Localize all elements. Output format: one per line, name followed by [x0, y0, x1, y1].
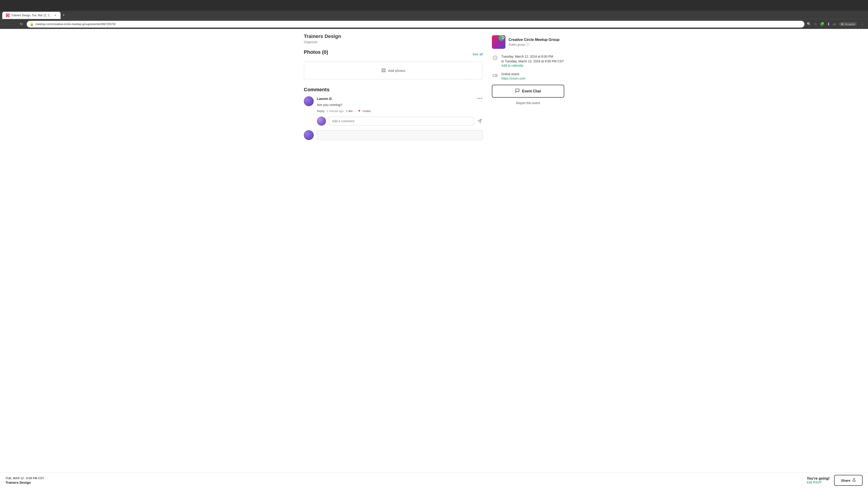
commenter-name: Lauren D. [317, 97, 333, 101]
group-logo[interactable] [492, 35, 505, 49]
back-button[interactable]: ← [3, 21, 9, 27]
extensions-icon[interactable]: 🧩 [820, 22, 825, 26]
search-icon[interactable]: 🔍 [807, 22, 811, 26]
clock-icon [492, 55, 498, 61]
group-type-label: Public group [508, 43, 525, 46]
comment-timestamp: 1 minute ago [327, 109, 344, 113]
photos-title: Photos (0) [304, 49, 328, 55]
avatar-image [304, 96, 314, 106]
lock-icon: 🔒 [30, 22, 34, 26]
reply-avatar [317, 117, 326, 126]
add-photos-label: Add photos [388, 69, 405, 72]
devices-icon[interactable]: ▭ [833, 22, 836, 26]
video-icon [492, 72, 498, 78]
page-scroll: Trainers Design Organizer Photos (0) See… [0, 29, 868, 475]
event-datetime: Tuesday, March 12, 2024 at 8:00 PM to Tu… [492, 54, 564, 67]
comments-title: Comments [304, 87, 483, 93]
chat-icon [515, 88, 520, 94]
commenter-avatar [304, 96, 314, 106]
group-type: Public group ? [508, 43, 559, 46]
svg-rect-1 [493, 74, 496, 76]
comment-item: Lauren D. ••• Are you coming? Reply 1 mi… [304, 96, 483, 113]
add-photos-area[interactable]: 🖼 Add photos [304, 61, 483, 79]
tab-title: Trainers Design, Tue, Mar 12, 2... [11, 14, 52, 17]
second-comment-area [304, 130, 483, 140]
online-event-content: Online event https://zoom.com [501, 72, 526, 80]
info-icon[interactable]: ? [526, 43, 529, 46]
event-type-text: Online event [501, 72, 526, 76]
heart-icon[interactable]: ♥ [358, 109, 360, 113]
event-datetime-content: Tuesday, March 12, 2024 at 8:00 PM to Tu… [501, 54, 564, 67]
group-info: Creative Circle Meetup Group Public grou… [508, 38, 559, 46]
event-chat-label: Event Chat [522, 89, 541, 93]
reply-input[interactable] [329, 117, 474, 125]
tab-bar: Trainers Design, Tue, Mar 12, 2... ✕ + [0, 11, 868, 19]
unlike-button[interactable]: Unlike [363, 109, 371, 113]
incognito-label: Incognito [845, 23, 855, 26]
active-tab[interactable]: Trainers Design, Tue, Mar 12, 2... ✕ [2, 12, 61, 19]
url-text: meetup.com/creative-circle-meetup-group/… [35, 22, 801, 26]
event-chat-button[interactable]: Event Chat [492, 85, 564, 98]
event-date-text: Tuesday, March 12, 2024 at 8:00 PM [501, 54, 564, 59]
online-indicator [502, 36, 504, 39]
second-comment-input[interactable] [317, 130, 483, 140]
incognito-badge: 🕵 Incognito [839, 22, 857, 26]
organizer-name: Trainers Design [304, 33, 483, 39]
second-comment-avatar [304, 130, 314, 140]
group-name: Creative Circle Meetup Group [508, 38, 559, 42]
left-column: Trainers Design Organizer Photos (0) See… [304, 33, 483, 144]
separator: · [355, 109, 356, 113]
comment-body: Lauren D. ••• Are you coming? Reply 1 mi… [317, 96, 483, 113]
new-tab-button[interactable]: + [61, 12, 67, 18]
bookmark-icon[interactable]: ☆ [814, 22, 817, 26]
toolbar-icons: 🔍 ☆ 🧩 ⬇ ▭ 🕵 Incognito ⋮ [807, 21, 865, 28]
forward-button[interactable]: → [10, 21, 17, 27]
comment-menu-btn[interactable]: ••• [477, 96, 483, 101]
photos-header: Photos (0) See all [304, 49, 483, 59]
group-card: Creative Circle Meetup Group Public grou… [492, 35, 564, 49]
photo-icon: 🖼 [381, 68, 386, 73]
bottom-bar: TUE, MAR 12 · 8:00 PM CST Trainers Desig… [0, 473, 868, 475]
browser-menu[interactable]: ⋮ [860, 21, 865, 28]
download-icon[interactable]: ⬇ [827, 22, 830, 26]
navigation-buttons: ← → ↻ [3, 21, 24, 27]
reload-button[interactable]: ↻ [18, 21, 24, 27]
add-to-calendar-link[interactable]: Add to calendar [501, 64, 564, 67]
report-event-link[interactable]: Report this event [492, 101, 564, 105]
like-count: 1 like [346, 109, 352, 113]
second-avatar-image [304, 130, 314, 140]
reply-button[interactable]: Reply [317, 109, 324, 113]
organizer-label: Organizer [304, 40, 483, 44]
zoom-link[interactable]: https://zoom.com [501, 76, 526, 80]
tab-favicon [6, 13, 9, 17]
comment-header: Lauren D. ••• [317, 96, 483, 101]
incognito-icon: 🕵 [841, 23, 844, 26]
comments-section: Comments Lauren D. ••• Are you coming? R… [304, 87, 483, 140]
tab-close-btn[interactable]: ✕ [53, 13, 57, 17]
comment-text: Are you coming? [317, 102, 483, 107]
see-all-link[interactable]: See all [472, 52, 483, 56]
event-date-end-text: to Tuesday, March 12, 2024 at 9:00 PM CS… [501, 59, 564, 64]
reply-input-area [317, 117, 483, 126]
right-sidebar: Creative Circle Meetup Group Public grou… [492, 33, 564, 144]
organizer-section: Trainers Design Organizer [304, 33, 483, 44]
comment-actions: Reply 1 minute ago 1 like · ♥ Unlike [317, 109, 483, 113]
browser-chrome [0, 0, 868, 11]
url-bar[interactable]: 🔒 meetup.com/creative-circle-meetup-grou… [27, 21, 804, 28]
address-bar: ← → ↻ 🔒 meetup.com/creative-circle-meetu… [0, 19, 868, 29]
event-location: Online event https://zoom.com [492, 72, 564, 80]
main-layout: Trainers Design Organizer Photos (0) See… [298, 29, 569, 149]
send-reply-button[interactable] [476, 118, 483, 124]
